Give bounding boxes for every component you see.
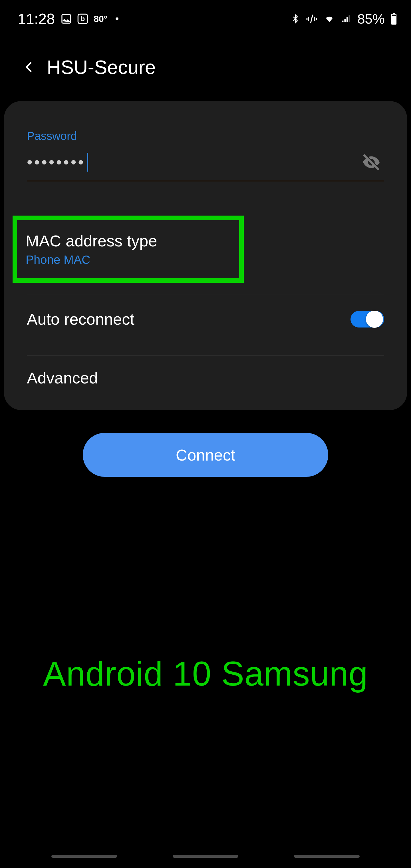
auto-reconnect-label: Auto reconnect	[27, 310, 134, 328]
mac-address-type-value: Phone MAC	[26, 253, 231, 267]
connect-button[interactable]: Connect	[83, 433, 328, 477]
mac-address-type-setting[interactable]: MAC address type Phone MAC	[12, 216, 244, 283]
status-time: 11:28	[18, 10, 55, 27]
status-right: 85%	[290, 11, 398, 27]
signal-icon	[341, 14, 352, 24]
toggle-knob	[366, 311, 383, 328]
svg-rect-4	[393, 13, 395, 14]
vibrate-icon	[306, 12, 318, 25]
mac-address-type-label: MAC address type	[26, 231, 231, 250]
page-title: HSU-Secure	[47, 56, 156, 78]
app-b-icon: b	[77, 13, 89, 25]
image-icon	[61, 13, 72, 25]
status-left: 11:28 b 80°	[18, 10, 119, 27]
svg-rect-5	[392, 14, 396, 16]
status-dot	[116, 18, 119, 20]
password-label: Password	[27, 130, 384, 143]
toggle-visibility-icon[interactable]	[358, 152, 384, 172]
nav-back[interactable]	[294, 855, 360, 858]
battery-icon	[390, 12, 398, 25]
status-battery-text: 85%	[357, 11, 385, 27]
wifi-icon	[323, 14, 336, 24]
advanced-setting[interactable]: Advanced	[27, 355, 384, 393]
status-bar: 11:28 b 80° 85%	[0, 0, 411, 33]
auto-reconnect-toggle[interactable]	[350, 311, 384, 328]
password-input[interactable]: ••••••••	[27, 153, 88, 172]
annotation-text: Android 10 Samsung	[0, 654, 411, 693]
back-icon[interactable]	[23, 59, 35, 75]
nav-home[interactable]	[173, 855, 238, 858]
text-cursor	[87, 153, 88, 172]
nav-recents[interactable]	[51, 855, 117, 858]
password-section: Password ••••••••	[27, 130, 384, 181]
nav-bar	[0, 855, 411, 858]
status-temp: 80°	[94, 14, 107, 24]
bluetooth-icon	[290, 12, 300, 25]
status-icons-left: b 80°	[61, 13, 118, 25]
header: HSU-Secure	[0, 33, 411, 101]
svg-text:b: b	[81, 15, 85, 23]
auto-reconnect-setting[interactable]: Auto reconnect	[27, 294, 384, 344]
password-value: ••••••••	[27, 154, 85, 170]
wifi-settings-card: Password •••••••• MAC address type Phone…	[4, 101, 407, 410]
advanced-label: Advanced	[27, 369, 98, 387]
